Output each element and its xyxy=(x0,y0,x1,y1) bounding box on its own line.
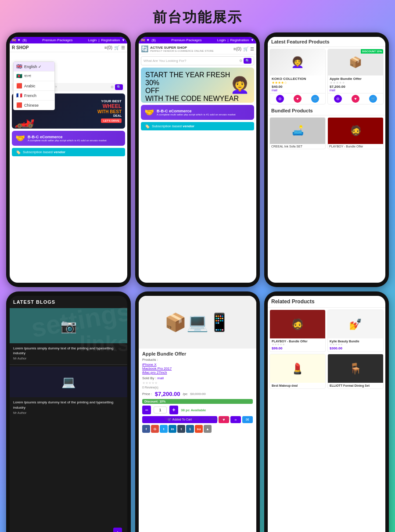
phone3-product2-name: Apple Bundle Offer xyxy=(330,77,381,81)
phone4-blog2-content: Lorem Ipsumis simply dummy text of the p… xyxy=(10,397,127,417)
phone2-bbc-sub: A complete multi seller php script which… xyxy=(157,113,236,116)
phone5-reviews: 0 Review(s) xyxy=(142,386,253,389)
phone5-qty-value[interactable]: 1 xyxy=(154,406,167,413)
phone3-bundled-title: Bundled Products xyxy=(268,106,385,115)
phone5-stars: ★★★★★ xyxy=(142,381,253,385)
phone1-chinese-label: Chinese xyxy=(24,103,39,108)
phone6-product3-info: Best Makeup deal xyxy=(270,383,325,388)
phone-4-screen: settings links LATEST BLOGS 📷 Lorem Ipsu… xyxy=(10,296,127,532)
phone5-facebook-btn[interactable]: f xyxy=(142,425,150,433)
phone3-product1-actions: ⊖ ♥ 🛒 xyxy=(270,93,325,104)
phone5-share-btn[interactable]: ✉ xyxy=(242,416,253,423)
phone5-heart-btn[interactable]: ♥ xyxy=(219,416,229,423)
phone-2-screen: 🇬🇧 ▼ ($) Premium Packages Login | Regist… xyxy=(139,37,256,283)
phone1-login[interactable]: Login xyxy=(88,38,97,42)
phone4-blog-divider xyxy=(10,364,127,365)
phone5-stumble-btn[interactable]: su xyxy=(195,425,203,433)
phone1-shopbar: R SHOP ≡(0) 🛒 ☰ xyxy=(10,43,127,52)
phone1-lang-bangla[interactable]: 🇧🇩 বাংলা xyxy=(14,72,54,81)
phone2-bag-icon[interactable]: 🛒 xyxy=(243,47,248,51)
phone1-bbc-title: B-B-C eCommerce xyxy=(28,135,107,139)
phone5-more-btn[interactable]: ▲ xyxy=(204,425,212,433)
phone1-lang-arabic[interactable]: 🟥 Arabic xyxy=(14,81,54,91)
phone3-product1-compare-btn[interactable]: ⊖ xyxy=(276,95,284,103)
phone1-vendor-text: Subscription based vendor xyxy=(23,150,65,154)
phone4-scroll-up-btn[interactable]: ▲ xyxy=(113,528,122,532)
phone5-item2-link[interactable]: Macbook Pro 2017 xyxy=(142,367,253,370)
phone6-product4-name: ELLIOTT Formal Dining Set xyxy=(330,384,381,387)
phone1-flag-icon: 🇬🇧 ▼ xyxy=(12,38,21,42)
page-title: 前台功能展示 xyxy=(0,0,395,32)
phone5-tumblr-btn[interactable]: t xyxy=(177,425,185,433)
phone1-bbc-icon: 🤝 xyxy=(15,133,25,143)
phone3-product-1: 👩‍🦱 KOKO COLLECTION ★★★★☆ $40.00 mail ⊖ … xyxy=(269,49,326,104)
phone1-search-icon[interactable]: 🔍 xyxy=(115,84,123,90)
phone1-arabic-label: Arabic xyxy=(24,84,36,88)
phone3-product1-heart-btn[interactable]: ♥ xyxy=(294,95,302,103)
phone1-bangla-flag-icon: 🇧🇩 xyxy=(16,73,22,79)
phone5-available: 38 pc Available xyxy=(181,408,206,412)
phone2-banner-pct: 30% xyxy=(145,79,239,87)
phone1-banner-line1: YOUR BEST xyxy=(97,99,122,103)
phone1-filter-icon[interactable]: ⚙ xyxy=(111,85,114,89)
phone1-car-icon: 🏎️ xyxy=(14,109,35,129)
phone5-google-btn[interactable]: G xyxy=(151,425,159,433)
phone3-bundled1-name: CREEAL Ink Sofa SET xyxy=(270,144,325,149)
phone1-bag-icon[interactable]: 🛒 xyxy=(114,45,119,50)
phone3-product1-name: KOKO COLLECTION xyxy=(272,77,323,81)
phone5-compare-btn[interactable]: = xyxy=(230,416,241,423)
phone3-product1-cart-btn[interactable]: 🛒 xyxy=(311,95,319,103)
phone5-qty-minus-btn[interactable]: − xyxy=(142,406,151,414)
phone-3-screen: Latest Featured Products 👩‍🦱 KOKO COLLEC… xyxy=(268,37,385,283)
phone6-title: Related Products xyxy=(268,296,385,308)
phone2-filter-icon[interactable]: ⚙ xyxy=(239,59,242,63)
phone1-currency: ($) xyxy=(22,38,27,42)
phone6-product-3: 💄 Best Makeup deal xyxy=(269,354,326,389)
phone1-lang-chinese[interactable]: 🟥 Chinese xyxy=(14,101,54,110)
phone5-linkedin-btn[interactable]: in xyxy=(169,425,176,433)
phone2-registration[interactable]: Registration xyxy=(230,38,249,42)
phone2-search-icon[interactable]: 🔍 xyxy=(244,58,251,64)
phone5-products-label: Products : xyxy=(142,358,253,362)
phone5-seller-link[interactable]: mall xyxy=(157,376,164,380)
phone3-bundled2-img: 🧔 xyxy=(328,118,383,144)
phone3-product2-compare-btn[interactable]: ⊖ xyxy=(334,95,342,103)
phone3-product2-cart-btn[interactable]: 🛒 xyxy=(369,95,377,103)
phone2-banner-content: START THE YEAR FRESH 30% OFF WITH THE CO… xyxy=(145,71,239,103)
phone1-banner-cta[interactable]: LET'S DRIVE xyxy=(101,119,122,123)
phone2-banner-off: OFF xyxy=(145,87,239,95)
phone1-bbc-sub: A complete multi seller php script which… xyxy=(28,139,107,142)
phone1-chinese-flag-icon: 🟥 xyxy=(16,102,22,108)
phone2-vendor: 🏷️ Subscription based vendor xyxy=(141,122,254,130)
phone-3: Latest Featured Products 👩‍🦱 KOKO COLLEC… xyxy=(264,32,389,287)
phone1-lang-english[interactable]: 🇬🇧 English ✓ xyxy=(14,62,54,72)
phone6-product1-name: PLAYBOY - Bundle Offer xyxy=(272,340,323,343)
phone5-qty-plus-btn[interactable]: + xyxy=(169,406,178,414)
phone1-banner-text: YOUR BEST WHEEL WITH BEST DEAL LET'S DRI… xyxy=(97,99,122,123)
phone-5: 📦💻📱 Apple Bundle Offer Products : iPhone… xyxy=(135,291,260,532)
phone3-product2-heart-btn[interactable]: ♥ xyxy=(352,95,359,103)
phone1-cart-icon[interactable]: ≡(0) xyxy=(104,45,112,50)
phone5-add-cart-btn[interactable]: 🛒 Added To Cart xyxy=(142,416,217,423)
phone6-product1-info: PLAYBOY - Bundle Offer ★★★★★ $99.00 xyxy=(270,338,325,352)
phone5-twitter-btn[interactable]: t xyxy=(160,425,168,433)
phone4-blog1-img: 📷 xyxy=(10,308,127,343)
phone2-logo-icon: 🔄 xyxy=(141,45,148,52)
phone1-registration[interactable]: Registration xyxy=(101,38,120,42)
phone-6: Related Products 🧔 PLAYBOY - Bundle Offe… xyxy=(264,291,389,532)
phone2-search-bar: What Are You Looking For? ⚙ 🔍 xyxy=(141,56,254,65)
phone2-bbc-title: B-B-C eCommerce xyxy=(157,109,236,113)
phone1-lang-french[interactable]: 🇫🇷 French xyxy=(14,91,54,101)
phone5-item3-link[interactable]: iMac pro 27inch xyxy=(142,370,253,374)
phone2-login[interactable]: Login xyxy=(217,38,226,42)
phone2-shop-name: ACTIVE SUPER SHOP xyxy=(150,46,232,50)
phone6-product1-price: $99.00 xyxy=(272,346,323,350)
phone5-digg-btn[interactable]: 1 xyxy=(186,425,194,433)
phone2-cart-icon[interactable]: ≡(0) xyxy=(233,47,241,51)
phone2-icons: ≡(0) 🛒 ☰ xyxy=(233,47,254,51)
phone4-blog1-text: Lorem Ipsumis simply dummy text of the p… xyxy=(13,346,124,356)
phone3-product2-info: Apple Bundle Offer ★★★★★ $7,200.00 mail xyxy=(328,75,383,93)
phone5-item1-link[interactable]: iPhone X xyxy=(142,363,253,367)
phone1-menu-icon[interactable]: ☰ xyxy=(121,45,125,50)
phone2-menu-icon[interactable]: ☰ xyxy=(250,47,254,51)
